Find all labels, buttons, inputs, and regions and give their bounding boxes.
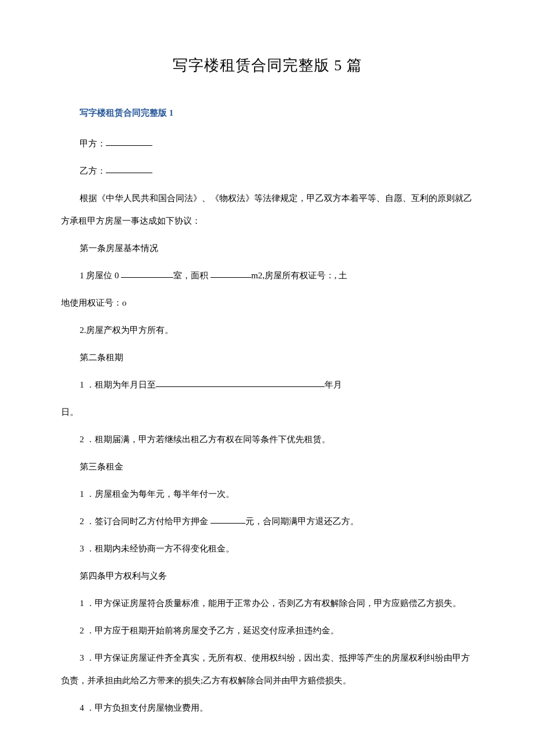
article-1-item-2: 2.房屋产权为甲方所有。 bbox=[61, 319, 474, 342]
art1-1b: 室，面积 bbox=[173, 271, 211, 280]
article-4-item-3: 3 ．甲方保证房屋证件齐全真实，无所有权、使用权纠纷，因出卖、抵押等产生的房屋权… bbox=[61, 647, 474, 692]
party-a-blank bbox=[106, 137, 152, 146]
article-3-item-3: 3 ．租期内未经协商一方不得变化租金。 bbox=[61, 538, 474, 560]
article-3-item-1: 1 ．房屋租金为每年元，每半年付一次。 bbox=[61, 483, 474, 506]
art2-1a: 1 ．租期为年月日至 bbox=[80, 380, 156, 389]
article-2-item-2: 2 ．租期届满，甲方若继续出租乙方有权在同等条件下优先租赁。 bbox=[61, 428, 474, 451]
party-b-line: 乙方： bbox=[61, 160, 474, 182]
blank-term bbox=[156, 378, 324, 387]
intro-paragraph: 根据《中华人民共和国合同法》、《物权法》等法律规定，甲乙双方本着平等、自愿、互利… bbox=[61, 187, 474, 232]
article-1-head: 第一条房屋基本情况 bbox=[61, 237, 474, 260]
party-b-blank bbox=[106, 164, 152, 173]
article-2-head: 第二条租期 bbox=[61, 346, 474, 369]
article-2-item-1: 1 ．租期为年月日至年月 bbox=[61, 374, 474, 396]
party-b-label: 乙方： bbox=[80, 166, 106, 175]
blank-room bbox=[121, 269, 173, 278]
article-4-item-4: 4 ．甲方负担支付房屋物业费用。 bbox=[61, 697, 474, 719]
article-3-head: 第三条租金 bbox=[61, 456, 474, 478]
article-2-item-1-cont: 日。 bbox=[61, 401, 474, 424]
article-3-item-2: 2 ．签订合同时乙方付给甲方押金 元，合同期满甲方退还乙方。 bbox=[61, 510, 474, 533]
blank-area bbox=[211, 269, 251, 278]
art3-2a: 2 ．签订合同时乙方付给甲方押金 bbox=[80, 517, 211, 526]
article-1-item-1-cont: 地使用权证号：o bbox=[61, 292, 474, 314]
party-a-label: 甲方： bbox=[80, 139, 106, 148]
art1-1c: m2,房屋所有权证号：, 土 bbox=[251, 271, 347, 280]
article-4-item-1: 1 ．甲方保证房屋符合质量标准，能用于正常办公，否则乙方有权解除合同，甲方应赔偿… bbox=[61, 592, 474, 615]
page-title: 写字楼租赁合同完整版 5 篇 bbox=[61, 55, 474, 76]
section-label: 写字楼租赁合同完整版 1 bbox=[61, 108, 474, 119]
art2-1b: 年月 bbox=[324, 380, 342, 389]
blank-deposit bbox=[211, 515, 245, 524]
art1-1a: 1 房屋位 0 bbox=[80, 271, 121, 280]
party-a-line: 甲方： bbox=[61, 132, 474, 155]
article-4-head: 第四条甲方权利与义务 bbox=[61, 565, 474, 587]
article-4-item-2: 2 ．甲方应于租期开始前将房屋交予乙方，延迟交付应承担违约金。 bbox=[61, 619, 474, 642]
art3-2b: 元，合同期满甲方退还乙方。 bbox=[245, 517, 359, 526]
article-1-item-1: 1 房屋位 0 室，面积 m2,房屋所有权证号：, 土 bbox=[61, 264, 474, 287]
